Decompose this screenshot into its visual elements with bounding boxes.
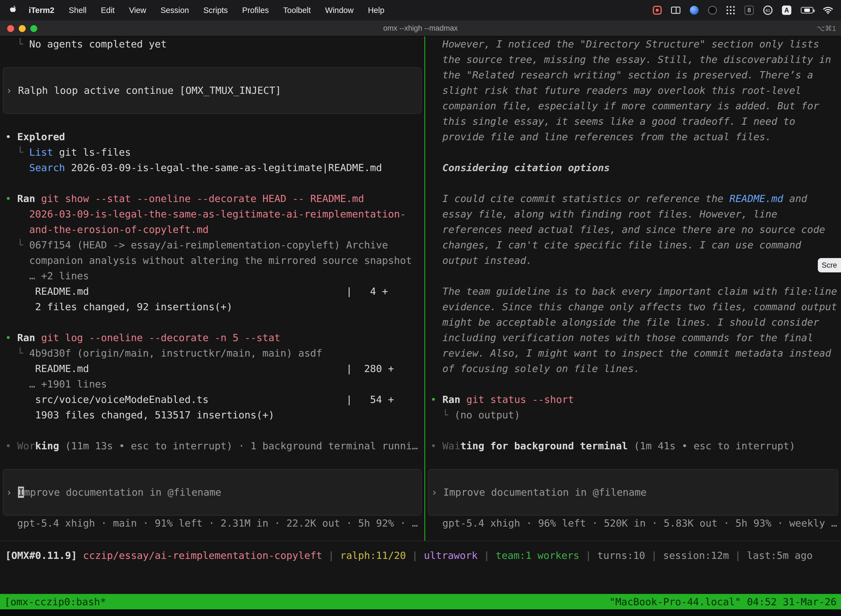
- terminal-line: • Ran git status --short: [425, 392, 841, 407]
- left-terminal-pane[interactable]: └ No agents completed yet › Ralph loop a…: [0, 37, 424, 541]
- apple-menu-icon[interactable]: [9, 6, 18, 15]
- right-agent-status-line: gpt-5.4 xhigh · 96% left · 520K in · 5.8…: [425, 516, 841, 531]
- right-terminal-pane[interactable]: However, I noticed the "Directory Struct…: [424, 37, 841, 541]
- terminal-line: • Waiting for background terminal (1m 41…: [425, 438, 841, 454]
- terminal-line: evidence. Since this change only affects…: [425, 299, 841, 315]
- terminal-line: • Ran git log --oneline --decorate -n 5 …: [0, 330, 424, 346]
- terminal-line: [0, 454, 424, 469]
- terminal-line: output instead.: [425, 253, 841, 268]
- terminal-line: [425, 176, 841, 191]
- minimize-window-button[interactable]: [19, 25, 26, 32]
- left-pane-output: • Explored └ List git ls-files Search 20…: [0, 114, 424, 469]
- terminal-line: the "Related research writing" section i…: [425, 67, 841, 83]
- menu-item-iterm2[interactable]: iTerm2: [22, 6, 62, 15]
- terminal-line: [0, 52, 424, 67]
- window-manager-icon[interactable]: [671, 7, 680, 14]
- menu-item-session[interactable]: Session: [154, 6, 196, 15]
- terminal-line: I could cite commit statistics or refere…: [425, 191, 841, 207]
- terminal-line: … +1901 lines: [0, 377, 424, 392]
- terminal-line: gpt-5.4 xhigh · main · 91% left · 2.31M …: [0, 516, 424, 531]
- close-window-button[interactable]: [7, 25, 14, 32]
- menu-item-window[interactable]: Window: [318, 6, 360, 15]
- terminal-line: Considering citation options: [425, 160, 841, 176]
- left-prompt-box[interactable]: › Improve documentation in @filename: [3, 469, 422, 516]
- right-pane-output: However, I noticed the "Directory Struct…: [425, 37, 841, 469]
- ralph-inject-banner: › Ralph loop active continue [OMX_TMUX_I…: [3, 67, 422, 114]
- dots-grid-icon[interactable]: [726, 6, 735, 15]
- battery-icon[interactable]: [801, 7, 813, 13]
- hotkey-icon[interactable]: 8: [744, 6, 754, 15]
- terminal-line: • Working (11m 13s • esc to interrupt) ·…: [0, 438, 424, 454]
- terminal-line: gpt-5.4 xhigh · 96% left · 520K in · 5.8…: [425, 516, 841, 531]
- terminal-line: this single essay, it seems like a good …: [425, 114, 841, 129]
- terminal-line: and-the-erosion-of-copyleft.md: [0, 222, 424, 238]
- terminal-line: [0, 315, 424, 330]
- terminal-line: 2 files changed, 92 insertions(+): [0, 299, 424, 315]
- terminal-line: › Ralph loop active continue [OMX_TMUX_I…: [3, 83, 421, 98]
- blue-app-icon[interactable]: [690, 6, 699, 15]
- terminal-line: references need actual files, and since …: [425, 222, 841, 238]
- terminal-line: companion file, especially if more comme…: [425, 98, 841, 114]
- menu-item-profiles[interactable]: Profiles: [235, 6, 276, 15]
- screen-recording-icon[interactable]: [653, 6, 662, 15]
- terminal-line: review. Also, I might want to inspect th…: [425, 346, 841, 361]
- menu-item-edit[interactable]: Edit: [94, 6, 122, 15]
- terminal-line: └ 067f154 (HEAD -> essay/ai-reimplementa…: [0, 238, 424, 253]
- menu-item-scripts[interactable]: Scripts: [196, 6, 235, 15]
- terminal-line: essay file, along with finding root file…: [425, 207, 841, 222]
- right-prompt-input[interactable]: › Improve documentation in @filename: [428, 485, 838, 500]
- terminal-line: slight risk that future readers may over…: [425, 83, 841, 98]
- terminal-line: › Improve documentation in @filename: [428, 485, 838, 500]
- terminal-line: … +2 lines: [0, 268, 424, 284]
- terminal-line: provide file and line references from th…: [425, 129, 841, 145]
- menu-item-toolbelt[interactable]: Toolbelt: [276, 6, 318, 15]
- terminal-line: 1903 files changed, 513517 insertions(+): [0, 407, 424, 423]
- terminal-line: └ 4b9d30f (origin/main, instructkr/main,…: [0, 346, 424, 361]
- left-agent-status-line: gpt-5.4 xhigh · main · 91% left · 2.31M …: [0, 516, 424, 531]
- terminal-line: [0, 423, 424, 438]
- terminal-line: [425, 423, 841, 438]
- terminal-line: • Ran git show --stat --oneline --decora…: [0, 191, 424, 207]
- terminal-line: 2026-03-09-is-legal-the-same-as-legitima…: [0, 207, 424, 222]
- terminal-line: The team guideline is to back every impo…: [425, 284, 841, 299]
- menu-bar-status-icons: 8 61 A: [653, 6, 833, 15]
- terminal-line: companion analysis without altering the …: [0, 253, 424, 268]
- screenshot-overlay-label[interactable]: Scre: [818, 258, 841, 273]
- terminal-line: [0, 176, 424, 191]
- terminal-line: [0, 114, 424, 129]
- terminal-line: changes, I can't cite specific file line…: [425, 238, 841, 253]
- terminal-line: └ (no output): [425, 407, 841, 423]
- terminal-line: Search 2026-03-09-is-legal-the-same-as-l…: [0, 160, 424, 176]
- terminal-line: However, I noticed the "Directory Struct…: [425, 37, 841, 52]
- battery-gauge-icon[interactable]: 61: [763, 6, 772, 15]
- menu-bar-left: iTerm2ShellEditViewSessionScriptsProfile…: [8, 6, 391, 15]
- input-source-icon[interactable]: A: [782, 6, 791, 15]
- terminal-line: › Improve documentation in @filename: [3, 485, 421, 500]
- terminal-panes: └ No agents completed yet › Ralph loop a…: [0, 37, 841, 541]
- left-prompt-input[interactable]: › Improve documentation in @filename: [3, 485, 421, 500]
- terminal-line: └ List git ls-files: [0, 145, 424, 160]
- menu-item-help[interactable]: Help: [360, 6, 391, 15]
- dark-app-icon[interactable]: [708, 6, 717, 15]
- terminal-line: [425, 377, 841, 392]
- tmux-status-bar: [omx-cczip0:bash* "MacBook-Pro-44.local"…: [0, 594, 841, 609]
- window-controls: [7, 25, 37, 32]
- terminal-line: src/voice/voiceModeEnabled.ts | 54 +: [0, 392, 424, 407]
- menu-item-shell[interactable]: Shell: [62, 6, 94, 15]
- terminal-line: [425, 268, 841, 284]
- zoom-window-button[interactable]: [30, 25, 37, 32]
- window-title-bar[interactable]: omx --xhigh --madmax ⌥⌘1: [0, 21, 841, 37]
- left-pane-top-output: └ No agents completed yet: [0, 37, 424, 67]
- omx-status-line: [OMX#0.11.9] cczip/essay/ai-reimplementa…: [0, 548, 841, 563]
- terminal-line: README.md | 4 +: [0, 284, 424, 299]
- menu-item-view[interactable]: View: [122, 6, 153, 15]
- terminal-line: of focusing solely on file lines.: [425, 361, 841, 377]
- terminal-line: [425, 454, 841, 469]
- terminal-line: including verification notes with those …: [425, 330, 841, 346]
- wifi-icon[interactable]: [823, 6, 833, 14]
- terminal-line: [425, 145, 841, 160]
- ralph-inject-text: › Ralph loop active continue [OMX_TMUX_I…: [3, 83, 421, 98]
- tmux-host-clock-label: "MacBook-Pro-44.local" 04:52 31-Mar-26: [609, 596, 837, 607]
- right-prompt-box[interactable]: › Improve documentation in @filename: [428, 469, 838, 516]
- macos-menu-bar: iTerm2ShellEditViewSessionScriptsProfile…: [0, 0, 841, 21]
